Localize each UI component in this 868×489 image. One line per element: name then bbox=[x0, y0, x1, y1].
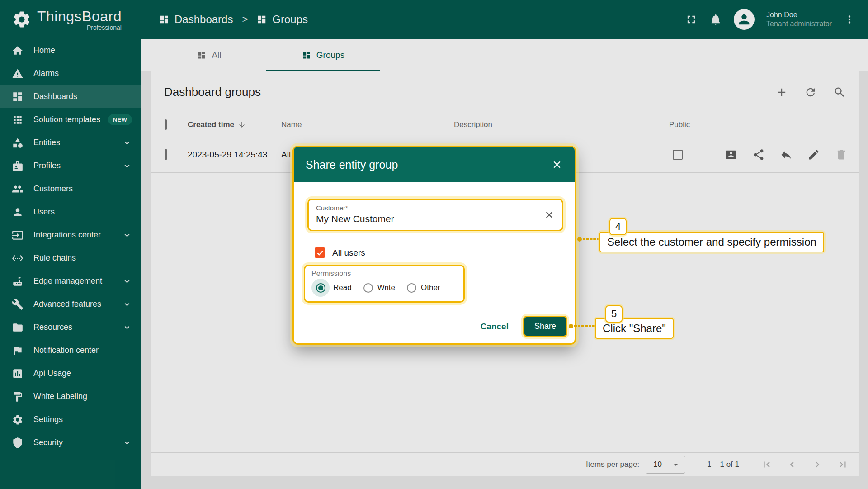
permissions-group: Permissions Read Write Other bbox=[304, 265, 465, 303]
radio-unselected-icon bbox=[407, 283, 416, 293]
cancel-button[interactable]: Cancel bbox=[478, 318, 511, 335]
annotation-4-connector bbox=[583, 238, 599, 240]
all-users-label: All users bbox=[332, 248, 365, 258]
customer-field-label: Customer* bbox=[316, 204, 555, 212]
annotation-4-step-badge: 4 bbox=[609, 218, 627, 235]
radio-read[interactable]: Read bbox=[311, 279, 352, 297]
radio-other[interactable]: Other bbox=[407, 283, 440, 293]
radio-label: Write bbox=[377, 283, 395, 292]
annotation-5-connector-dot bbox=[569, 324, 573, 328]
clear-icon[interactable] bbox=[544, 209, 555, 220]
customer-field-value: My New Customer bbox=[316, 214, 555, 224]
annotation-4-connector-dot bbox=[577, 237, 582, 242]
close-icon[interactable] bbox=[551, 159, 563, 171]
all-users-checkbox[interactable]: All users bbox=[315, 247, 365, 258]
annotation-4-tooltip: Select the customer and specify permissi… bbox=[599, 232, 824, 252]
permissions-label: Permissions bbox=[311, 270, 457, 278]
radio-unselected-icon bbox=[363, 283, 373, 293]
dialog-title: Share entity group bbox=[306, 158, 398, 171]
share-button[interactable]: Share bbox=[523, 316, 567, 337]
radio-write[interactable]: Write bbox=[363, 283, 395, 293]
annotation-5-step-badge: 5 bbox=[605, 305, 623, 323]
radio-label: Read bbox=[333, 283, 352, 292]
radio-selected-icon bbox=[311, 279, 330, 297]
app-window: ThingsBoard Professional Dashboards > Gr… bbox=[0, 0, 868, 489]
checkbox-checked-icon bbox=[315, 247, 325, 258]
annotation-5-connector bbox=[574, 325, 595, 327]
customer-field[interactable]: Customer* My New Customer bbox=[307, 199, 563, 231]
radio-label: Other bbox=[421, 283, 440, 292]
share-entity-group-dialog: Share entity group Customer* My New Cust… bbox=[292, 146, 576, 345]
